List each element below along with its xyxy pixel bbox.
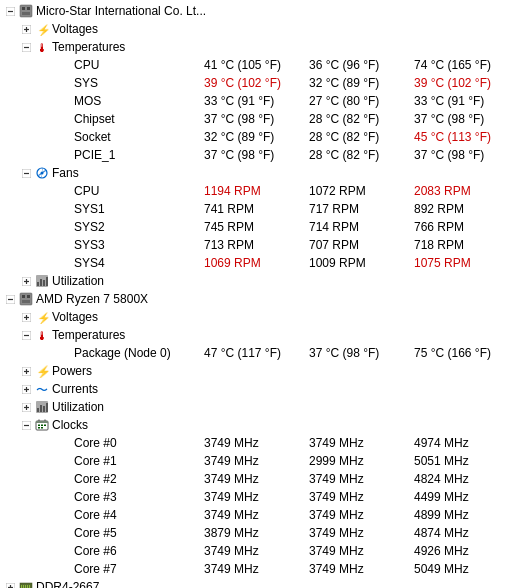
col-max: 766 RPM <box>414 220 519 234</box>
tree-row-voltages[interactable]: ⚡Voltages <box>0 20 521 38</box>
util-icon <box>34 273 50 289</box>
row-label: Fans <box>52 166 182 180</box>
col-min: 3749 MHz <box>309 472 414 486</box>
tree-row-cpu-temp: CPU41 °C (105 °F)36 °C (96 °F)74 °C (165… <box>0 56 521 74</box>
tree-row-core3: Core #33749 MHz3749 MHz4499 MHz <box>0 488 521 506</box>
tree-row-socket-temp: Socket32 °C (89 °F)28 °C (82 °F)45 °C (1… <box>0 128 521 146</box>
tree-row-amd-currents[interactable]: 〜Currents <box>0 380 521 398</box>
col-min: 3749 MHz <box>309 526 414 540</box>
col-current: 32 °C (89 °F) <box>204 130 309 144</box>
svg-rect-24 <box>46 277 48 286</box>
col-min: 1072 RPM <box>309 184 414 198</box>
col-max: 74 °C (165 °F) <box>414 58 519 72</box>
tree-row-chipset-temp: Chipset37 °C (98 °F)28 °C (82 °F)37 °C (… <box>0 110 521 128</box>
col-current: 3749 MHz <box>204 454 309 468</box>
voltage-icon: ⚡ <box>34 21 50 37</box>
expand-icon[interactable] <box>18 381 34 397</box>
col-max: 5049 MHz <box>414 562 519 576</box>
sensor-tree: Micro-Star International Co. Lt...⚡Volta… <box>0 0 521 588</box>
tree-row-temps[interactable]: 🌡Temperatures <box>0 38 521 56</box>
row-label: Utilization <box>52 274 182 288</box>
tree-row-pkg-temp: Package (Node 0)47 °C (117 °F)37 °C (98 … <box>0 344 521 362</box>
col-max: 1075 RPM <box>414 256 519 270</box>
svg-rect-52 <box>43 406 45 412</box>
row-label: Voltages <box>52 22 182 36</box>
col-max: 4874 MHz <box>414 526 519 540</box>
expand-icon[interactable] <box>18 309 34 325</box>
expand-icon[interactable] <box>18 399 34 415</box>
col-min: 714 RPM <box>309 220 414 234</box>
tree-row-fans[interactable]: Fans <box>0 164 521 182</box>
amd-icon <box>18 291 34 307</box>
fan-icon <box>34 165 50 181</box>
row-label: Core #1 <box>74 454 204 468</box>
svg-rect-60 <box>38 425 40 427</box>
row-label: PCIE_1 <box>74 148 204 162</box>
col-min: 707 RPM <box>309 238 414 252</box>
col-max: 4499 MHz <box>414 490 519 504</box>
col-min: 3749 MHz <box>309 508 414 522</box>
tree-row-core0: Core #03749 MHz3749 MHz4974 MHz <box>0 434 521 452</box>
col-current: 37 °C (98 °F) <box>204 112 309 126</box>
col-min: 1009 RPM <box>309 256 414 270</box>
svg-rect-21 <box>37 282 39 286</box>
leaf-icon <box>50 183 66 199</box>
tree-row-sys1-fan: SYS1741 RPM717 RPM892 RPM <box>0 200 521 218</box>
col-min: 2999 MHz <box>309 454 414 468</box>
svg-text:⚡: ⚡ <box>36 364 49 378</box>
col-max: 39 °C (102 °F) <box>414 76 519 90</box>
col-current: 1194 RPM <box>204 184 309 198</box>
tree-row-mb-util[interactable]: Utilization <box>0 272 521 290</box>
tree-row-amd-temps[interactable]: 🌡Temperatures <box>0 326 521 344</box>
row-label: Micro-Star International Co. Lt... <box>36 4 206 18</box>
row-label: SYS1 <box>74 202 204 216</box>
svg-rect-27 <box>20 293 32 305</box>
expand-icon[interactable] <box>18 165 34 181</box>
tree-row-core1: Core #13749 MHz2999 MHz5051 MHz <box>0 452 521 470</box>
expand-icon[interactable] <box>18 327 34 343</box>
svg-rect-53 <box>46 403 48 412</box>
power-icon: ⚡ <box>34 363 50 379</box>
row-label: AMD Ryzen 7 5800X <box>36 292 166 306</box>
row-label: Powers <box>52 364 182 378</box>
col-current: 41 °C (105 °F) <box>204 58 309 72</box>
expand-icon[interactable] <box>2 291 18 307</box>
col-max: 37 °C (98 °F) <box>414 148 519 162</box>
expand-icon[interactable] <box>2 579 18 588</box>
expand-icon[interactable] <box>18 39 34 55</box>
svg-rect-5 <box>22 12 30 15</box>
col-min: 3749 MHz <box>309 544 414 558</box>
tree-row-core7: Core #73749 MHz3749 MHz5049 MHz <box>0 560 521 578</box>
row-label: Temperatures <box>52 40 182 54</box>
svg-rect-64 <box>41 427 43 429</box>
svg-rect-23 <box>43 280 45 286</box>
expand-icon[interactable] <box>18 417 34 433</box>
row-label: Clocks <box>52 418 182 432</box>
col-max: 892 RPM <box>414 202 519 216</box>
svg-text:🌡: 🌡 <box>36 41 48 54</box>
tree-row-mb-root[interactable]: Micro-Star International Co. Lt... <box>0 2 521 20</box>
row-label: Utilization <box>52 400 182 414</box>
leaf-icon <box>50 435 66 451</box>
expand-icon[interactable] <box>18 363 34 379</box>
tree-row-amd-root[interactable]: AMD Ryzen 7 5800X <box>0 290 521 308</box>
leaf-icon <box>50 201 66 217</box>
col-current: 47 °C (117 °F) <box>204 346 309 360</box>
expand-icon[interactable] <box>18 273 34 289</box>
col-current: 3749 MHz <box>204 508 309 522</box>
tree-row-amd-clocks[interactable]: Clocks <box>0 416 521 434</box>
tree-row-amd-voltages[interactable]: ⚡Voltages <box>0 308 521 326</box>
col-max: 37 °C (98 °F) <box>414 112 519 126</box>
col-max: 4926 MHz <box>414 544 519 558</box>
tree-row-amd-util[interactable]: Utilization <box>0 398 521 416</box>
clock-icon <box>34 417 50 433</box>
tree-row-core5: Core #53879 MHz3749 MHz4874 MHz <box>0 524 521 542</box>
row-label: Core #7 <box>74 562 204 576</box>
expand-icon[interactable] <box>2 3 18 19</box>
svg-rect-50 <box>37 408 39 412</box>
tree-row-cpu-fan: CPU1194 RPM1072 RPM2083 RPM <box>0 182 521 200</box>
col-min: 3749 MHz <box>309 490 414 504</box>
tree-row-ddr4[interactable]: DDR4-2667 <box>0 578 521 588</box>
expand-icon[interactable] <box>18 21 34 37</box>
tree-row-amd-powers[interactable]: ⚡Powers <box>0 362 521 380</box>
